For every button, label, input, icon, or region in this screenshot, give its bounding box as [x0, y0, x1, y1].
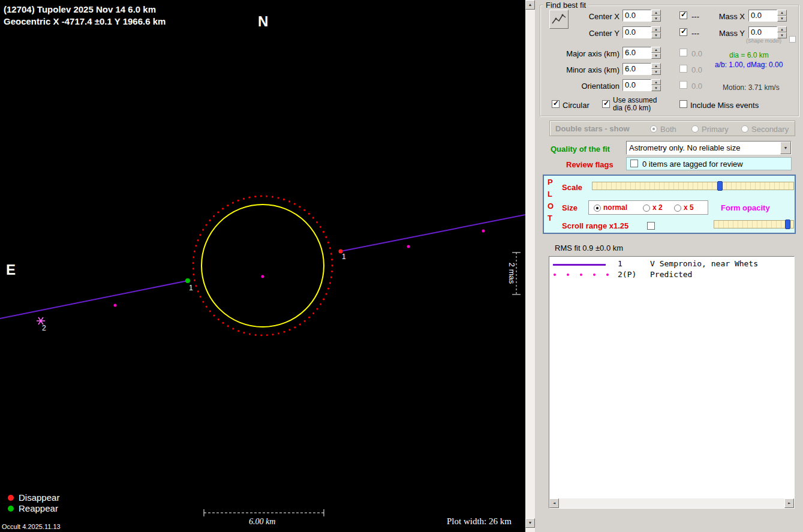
mass-y-spinner[interactable]: 0.0 ▲▼	[748, 26, 787, 38]
scale-bar-label: 6.00 km	[249, 517, 275, 527]
double-stars-secondary-radio[interactable]	[741, 125, 748, 133]
chord-1-name[interactable]: V Sempronio, near Whets	[650, 259, 758, 268]
major-axis-fit-checkbox[interactable]	[679, 49, 687, 56]
spinner-up-icon[interactable]: ▲	[651, 26, 661, 32]
include-miss-checkbox[interactable]	[679, 100, 687, 108]
size-x2-radio[interactable]	[643, 205, 650, 212]
predicted-point	[482, 230, 485, 233]
orientation-aux: 0.0	[691, 82, 702, 91]
center-y-dash: ---	[691, 29, 699, 38]
chord-1-id[interactable]: 1	[618, 259, 622, 268]
occultation-plot[interactable]: (12704) Tupolev 2025 Nov 14 6.0 km Geoce…	[0, 0, 525, 532]
scroll-left-icon[interactable]: ◄	[549, 498, 559, 508]
major-axis-label: Major axis (km)	[552, 49, 619, 58]
chord-2-id[interactable]: 2(P)	[618, 270, 636, 279]
scroll-range-checkbox[interactable]	[647, 222, 655, 230]
chord-listbox[interactable]: 1 V Sempronio, near Whets 2(P) Predicted…	[549, 256, 795, 509]
double-stars-both-radio[interactable]	[650, 125, 657, 133]
circular-checkbox[interactable]	[552, 100, 560, 108]
panel-vertical-scrollbar[interactable]: ▲ ▼	[525, 0, 535, 532]
spinner-down-icon[interactable]: ▼	[651, 32, 661, 38]
north-label: N	[258, 13, 268, 30]
scale-label: Scale	[562, 183, 582, 192]
plot-controls-panel: P L O T Scale Size normal x 2 x 5 Form o…	[543, 175, 796, 234]
spinner-up-icon[interactable]: ▲	[777, 26, 787, 32]
center-x-label: Center X	[568, 12, 619, 21]
minor-axis-value[interactable]: 6.0	[622, 63, 651, 75]
form-opacity-slider[interactable]	[714, 220, 794, 229]
predicted-point	[114, 304, 117, 307]
spinner-up-icon[interactable]: ▲	[651, 79, 661, 85]
size-options-box: normal x 2 x 5	[588, 200, 708, 215]
spinner-down-icon[interactable]: ▼	[777, 16, 787, 22]
circular-label: Circular	[563, 101, 590, 110]
fit-chart-button[interactable]	[549, 10, 569, 29]
center-x-spinner[interactable]: 0.0 ▲▼	[622, 10, 661, 22]
chord-line-east	[341, 215, 525, 251]
center-y-label: Center Y	[568, 29, 619, 38]
plot-title-line1: (12704) Tupolev 2025 Nov 14 6.0 km	[4, 4, 156, 14]
center-y-spinner[interactable]: 0.0 ▲▼	[622, 26, 661, 38]
predicted-swatch-dot	[593, 273, 596, 276]
control-panel: Find best fit Center X 0.0 ▲▼ --- Mass X…	[535, 0, 803, 532]
minor-axis-spinner[interactable]: 6.0 ▲▼	[622, 63, 661, 75]
size-x2-label: x 2	[652, 203, 663, 212]
scale-slider[interactable]	[592, 182, 794, 190]
scroll-right-icon[interactable]: ►	[784, 498, 794, 508]
center-x-value[interactable]: 0.0	[622, 10, 651, 22]
size-x5-radio[interactable]	[674, 205, 681, 212]
major-axis-value[interactable]: 6.0	[622, 47, 651, 59]
scale-slider-thumb[interactable]	[717, 181, 723, 191]
major-axis-spinner[interactable]: 6.0 ▲▼	[622, 47, 661, 59]
spinner-down-icon[interactable]: ▼	[651, 16, 661, 22]
orientation-value[interactable]: 0.0	[622, 79, 651, 91]
double-stars-primary-label: Primary	[702, 125, 729, 134]
spinner-up-icon[interactable]: ▲	[651, 47, 661, 53]
center-y-value[interactable]: 0.0	[622, 26, 651, 38]
disappear-legend-icon	[8, 495, 14, 501]
disappear-point-label: 1	[342, 253, 346, 261]
occultation-chart-canvas[interactable]	[0, 0, 525, 532]
spinner-down-icon[interactable]: ▼	[651, 69, 661, 75]
minor-axis-label: Minor axis (km)	[552, 65, 619, 74]
double-stars-group: Double stars - show Both Primary Seconda…	[549, 121, 795, 136]
review-flags-checkbox[interactable]	[630, 160, 638, 167]
app-version-label: Occult 4.2025.11.13	[2, 523, 61, 530]
predicted-swatch-dot	[567, 273, 569, 276]
predicted-point	[261, 275, 264, 278]
spinner-up-icon[interactable]: ▲	[651, 63, 661, 69]
shape-model-label: (Shape model)	[746, 38, 781, 44]
east-label: E	[6, 262, 16, 278]
quality-dropdown-value[interactable]: Astrometry only. No reliable size	[627, 143, 780, 152]
double-stars-primary-radio[interactable]	[691, 125, 699, 133]
chevron-down-icon[interactable]: ▼	[780, 142, 791, 154]
chord-2-name[interactable]: Predicted	[650, 270, 692, 279]
double-stars-both-label: Both	[660, 125, 676, 134]
motion-readout: Motion: 3.71 km/s	[723, 83, 780, 92]
predicted-swatch-dot	[554, 273, 556, 276]
spinner-down-icon[interactable]: ▼	[651, 85, 661, 91]
mass-x-spinner[interactable]: 0.0 ▲▼	[748, 10, 787, 22]
spinner-down-icon[interactable]: ▼	[651, 53, 661, 59]
form-opacity-slider-thumb[interactable]	[785, 220, 790, 229]
spinner-up-icon[interactable]: ▲	[651, 10, 661, 16]
center-y-fit-checkbox[interactable]	[679, 28, 687, 36]
spinner-up-icon[interactable]: ▲	[777, 10, 787, 16]
reappear-legend-icon	[8, 506, 14, 512]
shape-model-checkbox[interactable]	[789, 36, 796, 43]
plot-letter-o: O	[548, 202, 554, 211]
listbox-horizontal-scrollbar[interactable]: ◄ ►	[549, 498, 794, 508]
mass-x-value[interactable]: 0.0	[748, 10, 777, 22]
center-x-fit-checkbox[interactable]	[679, 11, 687, 19]
scroll-up-icon[interactable]: ▲	[525, 0, 535, 10]
orientation-spinner[interactable]: 0.0 ▲▼	[622, 79, 661, 91]
quality-dropdown[interactable]: Astrometry only. No reliable size ▼	[626, 141, 792, 155]
orientation-fit-checkbox[interactable]	[679, 81, 687, 89]
minor-axis-fit-checkbox[interactable]	[679, 65, 687, 73]
mass-y-value[interactable]: 0.0	[748, 26, 777, 38]
use-assumed-dia-checkbox[interactable]	[602, 100, 610, 108]
size-normal-radio[interactable]	[594, 205, 601, 212]
scroll-down-icon[interactable]: ▼	[525, 518, 535, 528]
plot-letter-p: P	[548, 178, 553, 187]
find-best-fit-title: Find best fit	[543, 1, 588, 10]
